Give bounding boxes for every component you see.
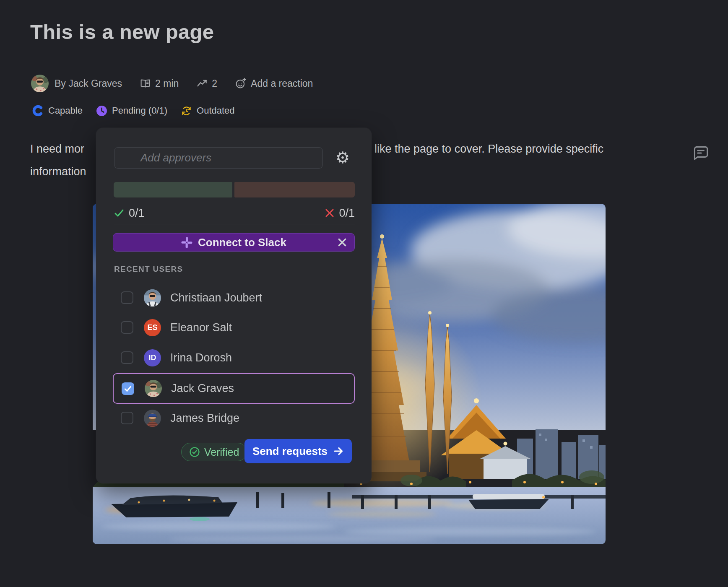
byline-author: By Jack Graves [55, 78, 122, 89]
send-requests-button[interactable]: Send requests [244, 439, 352, 463]
user-name: Jack Graves [171, 382, 234, 395]
user-name: James Bridge [170, 412, 239, 425]
arrow-right-icon [333, 446, 344, 457]
user-checkbox[interactable] [121, 321, 133, 334]
trending-up-icon [196, 78, 208, 89]
book-open-icon [140, 78, 151, 89]
user-initials: ID [144, 349, 161, 366]
approve-progress-bar [114, 182, 232, 197]
verified-badge: Verified [181, 443, 247, 461]
badge-outdated-label: Outdated [197, 105, 235, 116]
divider [114, 224, 355, 224]
paragraph-line2: information [30, 165, 86, 178]
author-avatar [31, 75, 49, 92]
slack-logo-icon [181, 237, 192, 248]
capable-logo-icon [32, 105, 44, 117]
user-row-eleanor[interactable]: ES Eleanor Salt [113, 316, 355, 339]
reject-count: 0/1 [339, 207, 355, 220]
reject-progress-bar [234, 182, 355, 197]
user-row-james[interactable]: James Bridge [113, 406, 355, 430]
add-reaction[interactable]: Add a reaction [235, 78, 313, 89]
add-reaction-label: Add a reaction [251, 78, 313, 89]
verified-label: Verified [204, 446, 239, 458]
user-name: Eleanor Salt [170, 321, 232, 334]
badge-pending-label: Pending (0/1) [112, 105, 167, 116]
badge-pending[interactable]: Pending (0/1) [96, 105, 167, 117]
views-count: 2 [212, 78, 217, 89]
user-checkbox[interactable] [121, 291, 133, 304]
user-avatar [144, 289, 161, 306]
add-reaction-icon [235, 78, 247, 89]
user-checkbox-checked[interactable] [122, 382, 134, 395]
close-icon[interactable] [336, 236, 348, 249]
user-avatar: ES [144, 319, 161, 336]
badge-capable[interactable]: Capable [32, 105, 83, 117]
badge-capable-label: Capable [48, 105, 83, 116]
user-checkbox[interactable] [121, 412, 133, 424]
paragraph-line1-right: like the page to cover. Please provide s… [374, 143, 603, 156]
connect-slack-button[interactable]: Connect to Slack [113, 233, 355, 252]
send-requests-label: Send requests [252, 445, 328, 458]
avatar-jack-graphic [31, 75, 49, 92]
reject-x-icon [325, 208, 335, 218]
user-avatar [145, 380, 162, 397]
user-row-jack[interactable]: Jack Graves [113, 373, 355, 404]
badge-outdated[interactable]: Outdated [181, 105, 235, 117]
page: This is a new page By Jack Graves 2 min [0, 0, 728, 587]
approve-check-icon [114, 208, 125, 218]
paragraph-line1-left: I need mor [30, 143, 84, 156]
add-approvers-input[interactable] [114, 147, 323, 169]
user-initials: ES [144, 319, 161, 336]
user-row-irina[interactable]: ID Irina Dorosh [113, 346, 355, 369]
connect-slack-label: Connect to Slack [198, 236, 286, 249]
byline: By Jack Graves 2 min 2 [31, 74, 313, 93]
read-time: 2 min [140, 78, 179, 89]
user-name: Christiaan Joubert [170, 291, 262, 304]
outdated-refresh-icon [181, 105, 192, 117]
verified-check-icon [189, 447, 200, 457]
approve-count: 0/1 [129, 207, 145, 220]
user-name: Irina Dorosh [170, 351, 232, 364]
read-time-label: 2 min [155, 78, 179, 89]
user-checkbox[interactable] [121, 351, 133, 364]
approvers-popover: ⚙ 0/1 0/1 [96, 128, 372, 483]
views: 2 [196, 78, 217, 89]
approval-counts: 0/1 0/1 [114, 206, 355, 220]
page-title: This is a new page [30, 20, 214, 44]
user-row-christiaan[interactable]: Christiaan Joubert [113, 286, 355, 309]
user-avatar [144, 410, 161, 427]
status-badges: Capable Pending (0/1) Outda [32, 102, 241, 119]
comment-bubble-icon[interactable] [690, 143, 710, 163]
user-avatar: ID [144, 349, 161, 366]
settings-gear-icon[interactable]: ⚙ [333, 148, 353, 168]
recent-users-label: RECENT USERS [114, 265, 183, 274]
pending-clock-icon [96, 105, 107, 117]
